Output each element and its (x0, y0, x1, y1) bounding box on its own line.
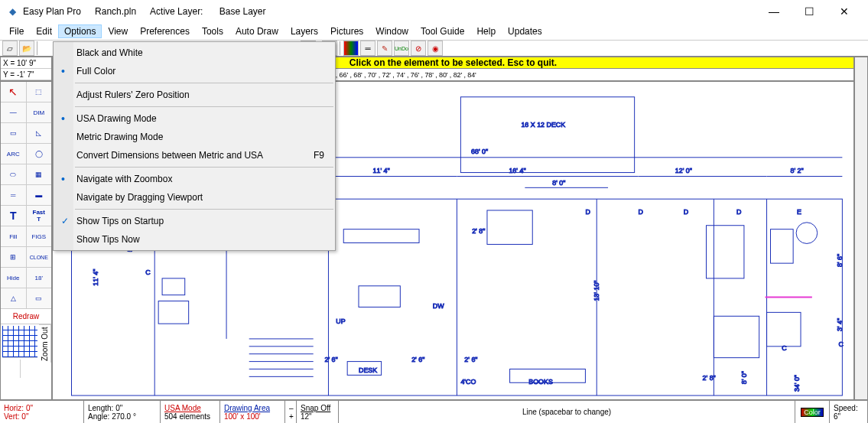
menu-updates[interactable]: Updates (502, 24, 548, 38)
tb-colorbar[interactable]: ||| (343, 41, 359, 56)
tool-tri2[interactable]: △ (1, 288, 27, 308)
sb-area-toggle[interactable]: –+ (285, 401, 297, 423)
sb-mode[interactable]: USA Mode504 elements (161, 401, 220, 423)
dd-full-color[interactable]: Full Color (54, 62, 335, 80)
sb-speed[interactable]: Speed:6" (830, 401, 868, 423)
tool-18[interactable]: 18' (27, 268, 52, 288)
tool-misc[interactable]: ⊞ (1, 247, 27, 267)
svg-text:DW: DW (433, 302, 444, 310)
tool-palette: ↖⬚ —DIM ▭◺ ARC◯ ⬭▦ ═▬ TFast T FillFIGS ⊞… (0, 81, 52, 400)
svg-text:11' 4": 11' 4" (92, 269, 99, 286)
dd-adjust-rulers[interactable]: Adjust Rulers' Zero Position (54, 86, 335, 104)
svg-text:16 X 12 DECK: 16 X 12 DECK (521, 121, 565, 129)
dd-tips-now[interactable]: Show Tips Now (54, 230, 335, 249)
menu-file[interactable]: File (3, 24, 30, 38)
sb-area[interactable]: Drawing Area100' x 100' (220, 401, 285, 423)
tool-rect[interactable]: ▭ (1, 123, 27, 143)
redraw-button[interactable]: Redraw (1, 309, 51, 324)
dd-nav-drag[interactable]: Navigate by Dragging Viewport (54, 188, 335, 207)
coord-x: X = 10' 9" (1, 57, 51, 69)
tool-arc[interactable]: ARC (1, 144, 27, 164)
tb-cancel[interactable]: ⊘ (411, 41, 426, 56)
tool-ellipse[interactable]: ⬭ (1, 164, 27, 184)
svg-text:16' 4": 16' 4" (509, 167, 525, 174)
tool-dim[interactable]: DIM (27, 102, 52, 122)
tb-brush[interactable]: ✎ (377, 41, 392, 56)
tool-grid[interactable]: ▦ (27, 164, 52, 184)
tool-marquee[interactable]: ⬚ (27, 82, 52, 102)
dd-black-white[interactable]: Black and White (54, 44, 335, 62)
sb-snap[interactable]: Snap Off 12" (297, 401, 339, 423)
dd-convert-dims[interactable]: Convert Dimensions between Metric and US… (54, 146, 335, 164)
svg-rect-53 (771, 229, 794, 263)
menu-toolguide[interactable]: Tool Guide (414, 24, 470, 38)
tool-hide[interactable]: Hide (1, 268, 27, 288)
svg-text:68' 0": 68' 0" (471, 148, 488, 155)
svg-text:2' 6": 2' 6" (411, 356, 424, 363)
tool-text-fast[interactable]: Fast T (27, 206, 52, 226)
tb-open[interactable]: 📂 (19, 41, 34, 56)
tb-lines[interactable]: ═ (360, 41, 375, 56)
tool-box2[interactable]: ▭ (27, 288, 52, 308)
svg-rect-52 (707, 226, 744, 278)
vertical-scrollbar[interactable] (854, 57, 868, 400)
menu-autodraw[interactable]: Auto Draw (229, 24, 284, 38)
svg-text:34' 0": 34' 0" (793, 375, 801, 392)
tb-undo[interactable]: UnDo (394, 41, 409, 56)
menu-layers[interactable]: Layers (284, 24, 324, 38)
tool-clone[interactable]: CLONE (27, 247, 52, 267)
tool-text-bold[interactable]: T (1, 206, 27, 226)
zoom-out-button[interactable]: Zoom Out (39, 324, 51, 363)
svg-text:D: D (684, 208, 688, 216)
app-icon: ◆ (6, 5, 18, 18)
close-button[interactable]: ✕ (827, 0, 862, 23)
svg-rect-48 (158, 301, 189, 324)
dd-usa-mode[interactable]: USA Drawing Mode (54, 109, 335, 128)
tb-new[interactable]: ▱ (2, 41, 18, 56)
tool-circle[interactable]: ◯ (27, 144, 52, 164)
tool-select[interactable]: ↖ (1, 82, 27, 102)
tool-stairs[interactable]: ═ (1, 185, 27, 205)
svg-text:11' 4": 11' 4" (373, 167, 390, 174)
svg-text:8' 6": 8' 6" (836, 254, 844, 267)
menubar: File Edit Options View Preferences Tools… (0, 23, 868, 40)
sb-color[interactable]: Color (795, 401, 830, 423)
maximize-button[interactable]: ☐ (792, 0, 827, 23)
pattern-swatch[interactable] (2, 326, 37, 358)
statusbar: Horiz: 0"Vert: 0" Length: 0"Angle: 270.0… (0, 400, 868, 423)
sb-length-angle: Length: 0"Angle: 270.0 ° (84, 401, 161, 423)
dd-nav-zoombox[interactable]: Navigate with Zoombox (54, 170, 335, 188)
svg-text:4'CO: 4'CO (460, 378, 476, 386)
menu-window[interactable]: Window (369, 24, 414, 38)
menu-pictures[interactable]: Pictures (324, 24, 369, 38)
menu-tools[interactable]: Tools (196, 24, 229, 38)
svg-rect-47 (162, 278, 185, 295)
svg-point-54 (796, 223, 818, 244)
svg-text:BOOKS: BOOKS (528, 378, 553, 386)
tool-triangle[interactable]: ◺ (27, 123, 52, 143)
svg-text:3' 4": 3' 4" (836, 318, 844, 331)
titlebar: ◆ Easy Plan ProRanch.plnActive Layer: Ba… (0, 0, 868, 23)
tool-figs[interactable]: FIGS (27, 226, 52, 246)
menu-preferences[interactable]: Preferences (134, 24, 196, 38)
tool-step[interactable]: ▬ (27, 185, 52, 205)
svg-text:UP: UP (336, 317, 345, 325)
menu-edit[interactable]: Edit (30, 24, 58, 38)
tool-line[interactable]: — (1, 102, 27, 122)
coordinate-readout: X = 10' 9" Y = -1' 7" (0, 57, 52, 81)
tb-target[interactable]: ◉ (427, 41, 443, 56)
svg-text:12' 0": 12' 0" (675, 167, 692, 174)
dd-metric-mode[interactable]: Metric Drawing Mode (54, 128, 335, 146)
menu-view[interactable]: View (102, 24, 134, 38)
svg-text:8' 0": 8' 0" (740, 371, 748, 384)
minimize-button[interactable]: — (756, 0, 792, 23)
dd-tips-startup[interactable]: Show Tips on Startup (54, 212, 335, 230)
sb-tool: Line (spacebar to change) (339, 401, 795, 423)
svg-rect-56 (767, 312, 801, 346)
menu-help[interactable]: Help (470, 24, 502, 38)
window-title: Easy Plan ProRanch.plnActive Layer: Base… (23, 6, 294, 17)
svg-text:C: C (838, 340, 844, 348)
svg-text:8' 2": 8' 2" (790, 167, 803, 174)
tool-fill[interactable]: Fill (1, 226, 27, 246)
menu-options[interactable]: Options (58, 24, 102, 38)
